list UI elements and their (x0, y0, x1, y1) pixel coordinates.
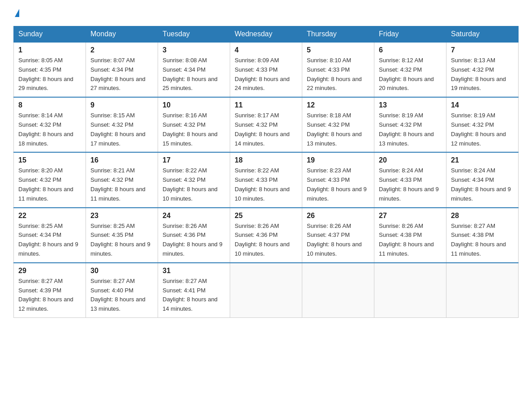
day-number: 31 (163, 267, 225, 275)
calendar-cell: 11Sunrise: 8:17 AMSunset: 4:32 PMDayligh… (230, 97, 302, 152)
sun-info: Sunrise: 8:27 AMSunset: 4:41 PMDaylight:… (163, 277, 225, 314)
calendar-cell: 7Sunrise: 8:13 AMSunset: 4:32 PMDaylight… (446, 42, 519, 97)
day-number: 7 (451, 46, 514, 54)
sun-info: Sunrise: 8:08 AMSunset: 4:34 PMDaylight:… (163, 56, 225, 93)
calendar-cell: 9Sunrise: 8:15 AMSunset: 4:32 PMDaylight… (86, 97, 158, 152)
col-header-sunday: Sunday (14, 26, 86, 43)
day-number: 19 (307, 156, 369, 164)
day-number: 4 (235, 46, 297, 54)
sun-info: Sunrise: 8:19 AMSunset: 4:32 PMDaylight:… (451, 111, 514, 148)
calendar-cell: 30Sunrise: 8:27 AMSunset: 4:40 PMDayligh… (86, 263, 158, 318)
sun-info: Sunrise: 8:21 AMSunset: 4:32 PMDaylight:… (90, 166, 153, 203)
day-number: 24 (163, 212, 225, 220)
col-header-tuesday: Tuesday (158, 26, 230, 43)
sun-info: Sunrise: 8:26 AMSunset: 4:36 PMDaylight:… (163, 222, 225, 259)
calendar-cell: 12Sunrise: 8:18 AMSunset: 4:32 PMDayligh… (302, 97, 374, 152)
sun-info: Sunrise: 8:27 AMSunset: 4:39 PMDaylight:… (18, 277, 81, 314)
col-header-thursday: Thursday (302, 26, 374, 43)
calendar-cell: 8Sunrise: 8:14 AMSunset: 4:32 PMDaylight… (14, 97, 86, 152)
week-row-2: 8Sunrise: 8:14 AMSunset: 4:32 PMDaylight… (14, 97, 519, 152)
calendar-cell (302, 263, 374, 318)
week-row-4: 22Sunrise: 8:25 AMSunset: 4:34 PMDayligh… (14, 208, 519, 263)
sun-info: Sunrise: 8:07 AMSunset: 4:34 PMDaylight:… (90, 56, 153, 93)
calendar-cell: 15Sunrise: 8:20 AMSunset: 4:32 PMDayligh… (14, 152, 86, 207)
sun-info: Sunrise: 8:16 AMSunset: 4:32 PMDaylight:… (163, 111, 225, 148)
calendar-cell: 14Sunrise: 8:19 AMSunset: 4:32 PMDayligh… (446, 97, 519, 152)
col-header-saturday: Saturday (446, 26, 519, 43)
sun-info: Sunrise: 8:09 AMSunset: 4:33 PMDaylight:… (235, 56, 297, 93)
calendar-cell: 2Sunrise: 8:07 AMSunset: 4:34 PMDaylight… (86, 42, 158, 97)
calendar-cell: 27Sunrise: 8:26 AMSunset: 4:38 PMDayligh… (374, 208, 446, 263)
day-number: 6 (379, 46, 442, 54)
sun-info: Sunrise: 8:27 AMSunset: 4:38 PMDaylight:… (451, 222, 514, 259)
sun-info: Sunrise: 8:22 AMSunset: 4:32 PMDaylight:… (163, 166, 225, 203)
sun-info: Sunrise: 8:13 AMSunset: 4:32 PMDaylight:… (451, 56, 514, 93)
sun-info: Sunrise: 8:24 AMSunset: 4:33 PMDaylight:… (379, 166, 442, 203)
day-number: 13 (379, 101, 442, 109)
calendar-cell: 10Sunrise: 8:16 AMSunset: 4:32 PMDayligh… (158, 97, 230, 152)
calendar-cell: 24Sunrise: 8:26 AMSunset: 4:36 PMDayligh… (158, 208, 230, 263)
calendar-cell: 31Sunrise: 8:27 AMSunset: 4:41 PMDayligh… (158, 263, 230, 318)
week-row-5: 29Sunrise: 8:27 AMSunset: 4:39 PMDayligh… (14, 263, 519, 318)
calendar-cell: 22Sunrise: 8:25 AMSunset: 4:34 PMDayligh… (14, 208, 86, 263)
day-number: 28 (451, 212, 514, 220)
calendar-cell: 19Sunrise: 8:23 AMSunset: 4:33 PMDayligh… (302, 152, 374, 207)
sun-info: Sunrise: 8:26 AMSunset: 4:37 PMDaylight:… (307, 222, 369, 259)
day-number: 11 (235, 101, 297, 109)
sun-info: Sunrise: 8:19 AMSunset: 4:32 PMDaylight:… (379, 111, 442, 148)
day-number: 18 (235, 156, 297, 164)
logo (13, 9, 19, 17)
sun-info: Sunrise: 8:24 AMSunset: 4:34 PMDaylight:… (451, 166, 514, 203)
day-number: 21 (451, 156, 514, 164)
col-header-wednesday: Wednesday (230, 26, 302, 43)
calendar-cell: 18Sunrise: 8:22 AMSunset: 4:33 PMDayligh… (230, 152, 302, 207)
calendar-cell: 28Sunrise: 8:27 AMSunset: 4:38 PMDayligh… (446, 208, 519, 263)
calendar-cell: 5Sunrise: 8:10 AMSunset: 4:33 PMDaylight… (302, 42, 374, 97)
week-row-3: 15Sunrise: 8:20 AMSunset: 4:32 PMDayligh… (14, 152, 519, 207)
day-number: 29 (18, 267, 81, 275)
day-number: 15 (18, 156, 81, 164)
day-number: 5 (307, 46, 369, 54)
calendar-cell (446, 263, 519, 318)
sun-info: Sunrise: 8:26 AMSunset: 4:38 PMDaylight:… (379, 222, 442, 259)
calendar-cell: 6Sunrise: 8:12 AMSunset: 4:32 PMDaylight… (374, 42, 446, 97)
day-number: 16 (90, 156, 153, 164)
calendar-body: 1Sunrise: 8:05 AMSunset: 4:35 PMDaylight… (14, 42, 519, 317)
calendar-cell: 23Sunrise: 8:25 AMSunset: 4:35 PMDayligh… (86, 208, 158, 263)
calendar-cell: 29Sunrise: 8:27 AMSunset: 4:39 PMDayligh… (14, 263, 86, 318)
day-number: 8 (18, 101, 81, 109)
calendar-header: SundayMondayTuesdayWednesdayThursdayFrid… (14, 26, 519, 43)
day-number: 10 (163, 101, 225, 109)
day-number: 25 (235, 212, 297, 220)
calendar-cell: 26Sunrise: 8:26 AMSunset: 4:37 PMDayligh… (302, 208, 374, 263)
logo-triangle-icon (15, 9, 19, 17)
calendar-cell (230, 263, 302, 318)
calendar-cell (374, 263, 446, 318)
sun-info: Sunrise: 8:12 AMSunset: 4:32 PMDaylight:… (379, 56, 442, 93)
sun-info: Sunrise: 8:26 AMSunset: 4:36 PMDaylight:… (235, 222, 297, 259)
sun-info: Sunrise: 8:25 AMSunset: 4:34 PMDaylight:… (18, 222, 81, 259)
calendar-cell: 25Sunrise: 8:26 AMSunset: 4:36 PMDayligh… (230, 208, 302, 263)
day-number: 12 (307, 101, 369, 109)
sun-info: Sunrise: 8:22 AMSunset: 4:33 PMDaylight:… (235, 166, 297, 203)
col-header-friday: Friday (374, 26, 446, 43)
sun-info: Sunrise: 8:25 AMSunset: 4:35 PMDaylight:… (90, 222, 153, 259)
calendar-cell: 20Sunrise: 8:24 AMSunset: 4:33 PMDayligh… (374, 152, 446, 207)
calendar-cell: 17Sunrise: 8:22 AMSunset: 4:32 PMDayligh… (158, 152, 230, 207)
calendar-cell: 16Sunrise: 8:21 AMSunset: 4:32 PMDayligh… (86, 152, 158, 207)
sun-info: Sunrise: 8:14 AMSunset: 4:32 PMDaylight:… (18, 111, 81, 148)
week-row-1: 1Sunrise: 8:05 AMSunset: 4:35 PMDaylight… (14, 42, 519, 97)
day-number: 3 (163, 46, 225, 54)
calendar-cell: 3Sunrise: 8:08 AMSunset: 4:34 PMDaylight… (158, 42, 230, 97)
day-number: 14 (451, 101, 514, 109)
calendar-cell: 21Sunrise: 8:24 AMSunset: 4:34 PMDayligh… (446, 152, 519, 207)
sun-info: Sunrise: 8:15 AMSunset: 4:32 PMDaylight:… (90, 111, 153, 148)
calendar-cell: 13Sunrise: 8:19 AMSunset: 4:32 PMDayligh… (374, 97, 446, 152)
day-number: 2 (90, 46, 153, 54)
day-number: 9 (90, 101, 153, 109)
sun-info: Sunrise: 8:05 AMSunset: 4:35 PMDaylight:… (18, 56, 81, 93)
day-number: 30 (90, 267, 153, 275)
day-number: 27 (379, 212, 442, 220)
sun-info: Sunrise: 8:23 AMSunset: 4:33 PMDaylight:… (307, 166, 369, 203)
page-header (13, 9, 519, 17)
